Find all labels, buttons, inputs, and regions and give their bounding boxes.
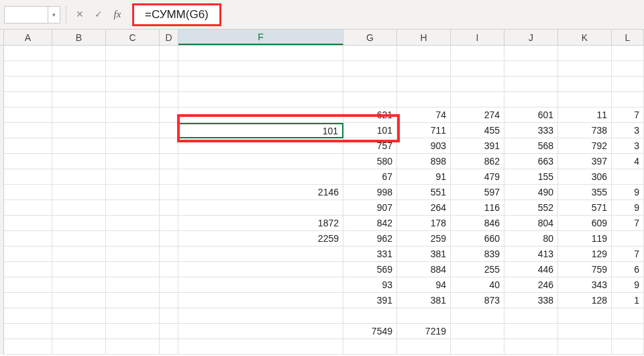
cell-H[interactable]: 551 [397,185,451,200]
cell-I[interactable] [451,61,504,77]
cell-J[interactable]: 663 [504,154,558,169]
cell-B[interactable] [52,262,106,277]
cell-I[interactable]: 862 [451,154,504,169]
cell-C[interactable] [106,138,160,154]
cell-I[interactable] [451,324,504,339]
cell-J[interactable]: 552 [504,200,558,216]
cell-C[interactable] [106,107,160,123]
column-header-C[interactable]: C [106,30,160,45]
cell-F[interactable] [178,200,343,216]
cell-K[interactable]: 571 [558,200,612,216]
cell-K[interactable]: 355 [558,185,612,200]
cell-B[interactable] [52,61,106,77]
cell-I[interactable]: 479 [451,169,504,185]
cell-J[interactable]: 155 [504,169,558,185]
cell-B[interactable] [52,231,106,247]
cell-F[interactable] [178,277,343,293]
cell-C[interactable] [106,123,160,138]
cell-G[interactable]: 67 [343,169,397,185]
cell-G[interactable]: 580 [343,154,397,169]
cell-I[interactable]: 40 [451,277,504,293]
cell-J[interactable] [504,61,558,77]
cell-I[interactable]: 116 [451,200,504,216]
insert-function-button[interactable]: fx [109,6,125,24]
cell-D[interactable] [160,107,178,123]
cell-I[interactable] [451,92,504,107]
cell-D[interactable] [160,277,178,293]
cell-F[interactable] [178,308,343,324]
cell-L[interactable] [612,61,644,77]
cell-B[interactable] [52,92,106,107]
cell-L[interactable] [612,169,644,185]
cell-G[interactable]: 93 [343,277,397,293]
column-header-I[interactable]: I [451,30,504,45]
cell-C[interactable] [106,77,160,92]
cell-L[interactable] [612,77,644,92]
cell-G[interactable] [343,92,397,107]
cell-H[interactable] [397,92,451,107]
cell-F[interactable] [178,169,343,185]
cell-K[interactable]: 792 [558,138,612,154]
column-header-D[interactable]: D [160,30,178,45]
cell-F[interactable] [178,247,343,262]
cell-F[interactable] [178,154,343,169]
cell-H[interactable]: 381 [397,293,451,308]
cell-F[interactable] [178,107,343,123]
cell-K[interactable]: 609 [558,216,612,231]
cell-G[interactable] [343,339,397,355]
cell-H[interactable]: 91 [397,169,451,185]
cell-L[interactable] [612,46,644,61]
cell-D[interactable] [160,77,178,92]
confirm-formula-button[interactable]: ✓ [91,6,107,24]
cell-D[interactable] [160,92,178,107]
column-header-G[interactable]: G [343,30,397,45]
cell-F[interactable] [178,46,343,61]
cell-I[interactable]: 255 [451,262,504,277]
cell-J[interactable]: 246 [504,277,558,293]
cell-H[interactable]: 7219 [397,324,451,339]
cell-A[interactable] [4,308,52,324]
cell-A[interactable] [4,107,52,123]
cell-K[interactable] [558,61,612,77]
cell-K[interactable]: 397 [558,154,612,169]
cell-C[interactable] [106,277,160,293]
cell-G[interactable]: 757 [343,138,397,154]
column-header-L[interactable]: L [612,30,644,45]
cell-D[interactable] [160,200,178,216]
cell-F[interactable] [178,324,343,339]
cell-I[interactable]: 660 [451,231,504,247]
cell-H[interactable] [397,308,451,324]
cell-D[interactable] [160,293,178,308]
cell-J[interactable]: 446 [504,262,558,277]
cell-B[interactable] [52,216,106,231]
column-header-K[interactable]: K [558,30,612,45]
column-header-A[interactable]: A [4,30,52,45]
cell-I[interactable] [451,339,504,355]
cell-L[interactable] [612,231,644,247]
cell-A[interactable] [4,231,52,247]
cell-A[interactable] [4,277,52,293]
column-header-B[interactable]: B [52,30,106,45]
cell-H[interactable] [397,46,451,61]
cell-C[interactable] [106,46,160,61]
cell-K[interactable] [558,77,612,92]
cell-I[interactable]: 274 [451,107,504,123]
column-header-J[interactable]: J [504,30,558,45]
cell-D[interactable] [160,138,178,154]
cell-I[interactable]: 839 [451,247,504,262]
cell-L[interactable]: 7 [612,216,644,231]
cell-A[interactable] [4,92,52,107]
cell-A[interactable] [4,247,52,262]
cell-L[interactable]: 1 [612,293,644,308]
cell-D[interactable] [160,231,178,247]
cell-H[interactable]: 381 [397,247,451,262]
cell-C[interactable] [106,185,160,200]
cell-J[interactable]: 490 [504,185,558,200]
column-header-F[interactable]: F [178,30,343,45]
cell-H[interactable]: 178 [397,216,451,231]
cell-K[interactable]: 759 [558,262,612,277]
cell-L[interactable] [612,339,644,355]
cell-G[interactable] [343,77,397,92]
cell-H[interactable]: 898 [397,154,451,169]
cell-H[interactable] [397,77,451,92]
